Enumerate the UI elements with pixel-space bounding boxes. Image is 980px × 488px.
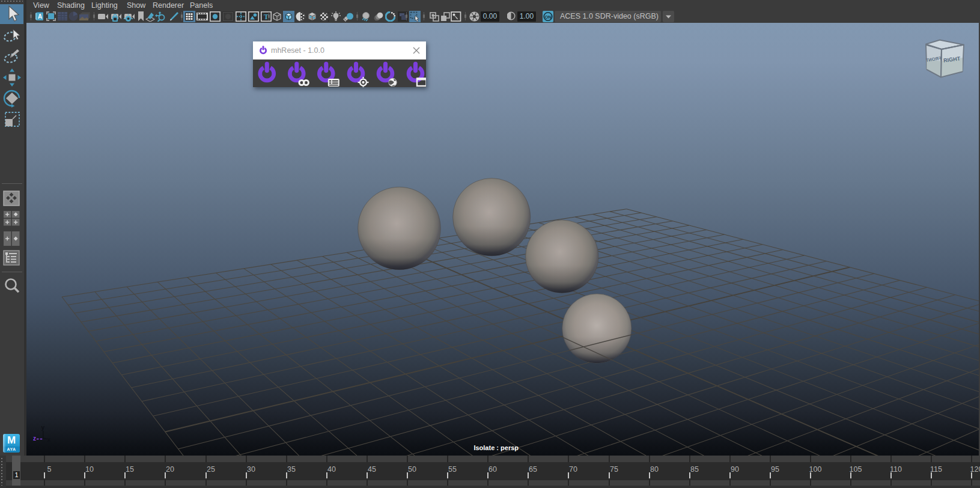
svg-text:z: z (33, 435, 36, 442)
svg-text:A: A (38, 13, 42, 20)
svg-text:y: y (41, 424, 45, 431)
svg-text:x: x (47, 436, 51, 443)
svg-text:ON: ON (544, 14, 551, 20)
